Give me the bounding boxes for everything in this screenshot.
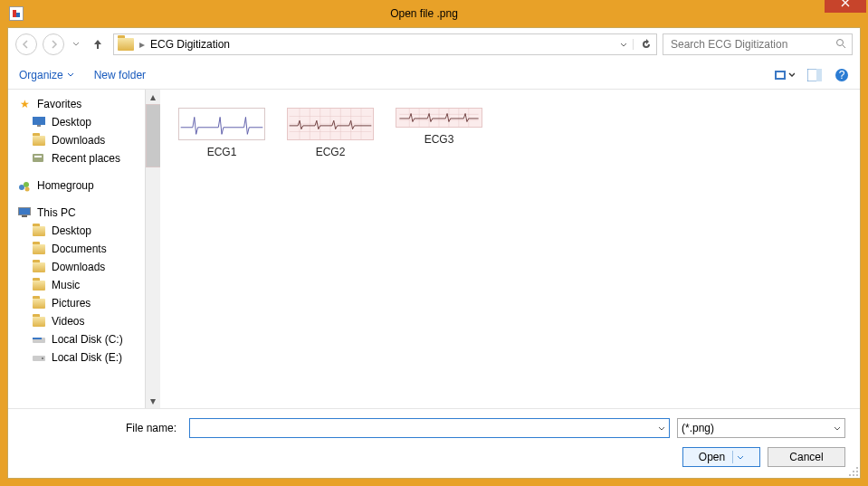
drive-icon	[32, 350, 46, 365]
window-title: Open file .png	[24, 7, 825, 20]
ecg-waveform-icon	[396, 109, 482, 127]
breadcrumb-location[interactable]: ECG Digitization	[150, 38, 230, 51]
svg-point-12	[24, 182, 29, 187]
svg-rect-9	[33, 154, 43, 162]
tree-item-downloads[interactable]: Downloads	[14, 131, 145, 149]
tree-homegroup[interactable]: Homegroup	[14, 176, 145, 195]
cancel-button[interactable]: Cancel	[768, 447, 845, 467]
help-button[interactable]: ?	[835, 68, 849, 82]
scroll-down-arrow[interactable]: ▾	[146, 394, 160, 408]
search-box[interactable]	[663, 33, 853, 55]
tree-label: Favorites	[37, 98, 81, 110]
file-label: ECG1	[207, 146, 237, 158]
chevron-down-icon	[620, 43, 627, 48]
svg-rect-18	[33, 338, 42, 339]
split-divider	[732, 451, 733, 463]
close-button[interactable]	[825, 0, 866, 13]
file-label: ECG2	[316, 146, 346, 158]
footer: File name: (*.png) Open	[8, 408, 860, 478]
new-folder-button[interactable]: New folder	[94, 69, 146, 81]
tree-item-pictures[interactable]: Pictures	[14, 294, 145, 312]
scroll-up-arrow[interactable]: ▴	[146, 90, 160, 104]
drive-icon	[32, 332, 46, 347]
search-input[interactable]	[669, 37, 832, 52]
tree-item-recent[interactable]: Recent places	[14, 149, 145, 167]
view-mode-button[interactable]	[775, 69, 795, 81]
tree-item-desktop[interactable]: Desktop	[14, 113, 145, 131]
cancel-label: Cancel	[789, 451, 823, 463]
svg-point-24	[856, 467, 858, 469]
open-label: Open	[699, 451, 725, 463]
tree-item-drive-e[interactable]: Local Disk (E:)	[14, 348, 145, 367]
tree-item-music[interactable]: Music	[14, 276, 145, 294]
address-bar[interactable]: ▸ ECG Digitization	[113, 33, 657, 55]
up-button[interactable]	[88, 34, 108, 54]
history-dropdown[interactable]	[70, 42, 82, 47]
file-item-ecg3[interactable]: ECG3	[396, 108, 482, 146]
help-icon: ?	[835, 68, 849, 82]
folder-icon	[32, 278, 46, 292]
thumbnails-icon	[775, 69, 795, 81]
svg-point-0	[837, 39, 844, 45]
folder-icon	[32, 133, 46, 148]
folder-icon	[32, 242, 46, 256]
file-thumbnail	[396, 108, 482, 128]
svg-rect-10	[34, 156, 42, 157]
filename-combo[interactable]	[189, 418, 670, 438]
svg-point-29	[856, 474, 858, 476]
toolbar: Organize New folder ?	[8, 61, 860, 90]
titlebar: Open file .png	[0, 0, 868, 27]
star-icon: ★	[17, 97, 32, 111]
tree-item-pc-downloads[interactable]: Downloads	[14, 258, 145, 276]
tree-thispc[interactable]: This PC	[14, 204, 145, 222]
file-thumbnail	[178, 108, 265, 140]
file-item-ecg1[interactable]: ECG1	[178, 108, 265, 158]
file-item-ecg2[interactable]: ECG2	[287, 108, 374, 158]
matlab-icon	[9, 6, 24, 21]
ecg-waveform-icon	[179, 109, 264, 139]
arrow-right-icon	[49, 40, 58, 49]
recent-icon	[32, 151, 46, 166]
tree-scrollbar[interactable]: ▴ ▾	[146, 90, 160, 408]
chevron-down-icon	[658, 422, 665, 434]
tree-label: Local Disk (E:)	[52, 351, 122, 364]
chevron-down-icon[interactable]	[737, 451, 744, 463]
tree-label: Local Disk (C:)	[52, 333, 123, 346]
preview-pane-button[interactable]	[807, 69, 822, 81]
tree-item-documents[interactable]: Documents	[14, 240, 145, 258]
file-filter-combo[interactable]: (*.png)	[677, 418, 845, 438]
back-button[interactable]	[15, 33, 37, 55]
body-area: ★ Favorites Desktop Downloads Recent pla…	[8, 90, 860, 408]
svg-point-11	[19, 185, 24, 190]
svg-rect-4	[816, 69, 822, 81]
computer-icon	[17, 205, 32, 220]
tree-item-drive-c[interactable]: Local Disk (C:)	[14, 330, 145, 348]
tree-label: Downloads	[52, 261, 105, 273]
folder-icon	[32, 314, 46, 329]
svg-point-26	[856, 471, 858, 472]
svg-rect-15	[19, 208, 30, 214]
folder-icon	[118, 38, 134, 51]
chevron-down-icon	[67, 72, 74, 78]
tree-item-pc-desktop[interactable]: Desktop	[14, 222, 145, 240]
filter-value: (*.png)	[682, 422, 714, 434]
tree-item-videos[interactable]: Videos	[14, 312, 145, 330]
refresh-button[interactable]	[633, 39, 653, 50]
search-icon	[835, 38, 846, 52]
desktop-icon	[32, 115, 46, 129]
breadcrumb-chevron: ▸	[139, 38, 145, 51]
svg-rect-7	[33, 117, 45, 125]
address-dropdown[interactable]	[620, 38, 627, 51]
open-button[interactable]: Open	[682, 447, 760, 467]
tree-favorites[interactable]: ★ Favorites	[14, 95, 145, 113]
file-thumbnail	[287, 108, 374, 140]
file-pane[interactable]: ECG1 ECG2	[160, 90, 860, 408]
homegroup-icon	[17, 178, 32, 193]
organize-menu[interactable]: Organize	[19, 69, 74, 81]
file-label: ECG3	[424, 133, 454, 146]
svg-rect-16	[22, 215, 27, 217]
resize-grip[interactable]	[848, 466, 859, 477]
svg-point-28	[853, 474, 854, 476]
forward-button[interactable]	[43, 33, 64, 55]
svg-point-20	[42, 357, 43, 359]
